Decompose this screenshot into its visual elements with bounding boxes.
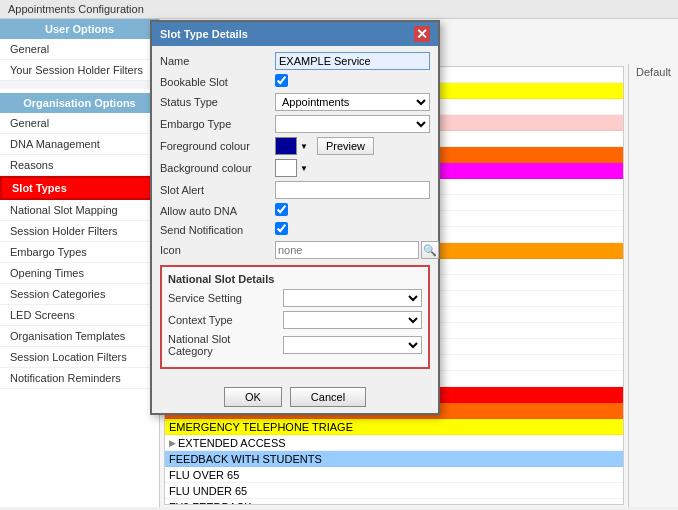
name-row: Name	[160, 52, 430, 70]
item-label: FLU UNDER 65	[169, 485, 247, 497]
sidebar: User Options General Your Session Holder…	[0, 19, 160, 507]
national-slot-category-row: National SlotCategory	[168, 333, 422, 357]
national-slot-section: National Slot Details Service Setting Co…	[160, 265, 430, 369]
national-slot-category-select[interactable]	[283, 336, 422, 354]
send-notification-row: Send Notification	[160, 222, 430, 237]
slot-type-details-modal: Slot Type Details ✕ Name Bookable Slot S…	[150, 20, 440, 415]
status-type-row: Status Type Appointments Unavailable Blo…	[160, 93, 430, 111]
background-colour-label: Background colour	[160, 162, 275, 174]
sidebar-item-general-user[interactable]: General	[0, 39, 159, 60]
sidebar-item-reasons[interactable]: Reasons	[0, 155, 159, 176]
context-type-row: Context Type	[168, 311, 422, 329]
national-slot-title: National Slot Details	[168, 273, 422, 285]
list-item[interactable]: FEEDBACK WITH STUDENTS	[165, 451, 623, 467]
list-item[interactable]: FY2 FEEDBACK	[165, 499, 623, 505]
dropdown-icon: ▼	[300, 142, 308, 151]
service-setting-select[interactable]	[283, 289, 422, 307]
bookable-slot-checkbox[interactable]	[275, 74, 288, 87]
sidebar-item-session-location-filters[interactable]: Session Location Filters	[0, 347, 159, 368]
status-type-label: Status Type	[160, 96, 275, 108]
list-item[interactable]: ▶ EXTENDED ACCESS	[165, 435, 623, 451]
sidebar-item-general-org[interactable]: General	[0, 113, 159, 134]
modal-close-button[interactable]: ✕	[414, 26, 430, 42]
status-type-control: Appointments Unavailable Blocked	[275, 93, 430, 111]
bookable-slot-row: Bookable Slot	[160, 74, 430, 89]
embargo-type-select[interactable]	[275, 115, 430, 133]
icon-control: 🔍	[275, 241, 439, 259]
modal-footer: OK Cancel	[152, 381, 438, 413]
background-colour-button[interactable]	[275, 159, 297, 177]
slot-alert-control	[275, 181, 430, 199]
preview-button[interactable]: Preview	[317, 137, 374, 155]
send-notification-checkbox[interactable]	[275, 222, 288, 235]
send-notification-control	[275, 222, 430, 237]
sidebar-item-opening-times[interactable]: Opening Times	[0, 263, 159, 284]
sidebar-item-embargo-types[interactable]: Embargo Types	[0, 242, 159, 263]
sidebar-item-session-holder-filters-org[interactable]: Session Holder Filters	[0, 221, 159, 242]
app-bar: Appointments Configuration	[0, 0, 678, 19]
app-title: Appointments Configuration	[8, 3, 144, 15]
sidebar-item-session-categories[interactable]: Session Categories	[0, 284, 159, 305]
magnifier-icon: 🔍	[423, 244, 437, 257]
modal-body: Name Bookable Slot Status Type Appointme…	[152, 46, 438, 381]
default-col-header: Default	[636, 66, 671, 78]
name-label: Name	[160, 55, 275, 67]
status-type-select[interactable]: Appointments Unavailable Blocked	[275, 93, 430, 111]
foreground-colour-button[interactable]	[275, 137, 297, 155]
context-type-control	[283, 311, 422, 329]
list-item[interactable]: EMERGENCY TELEPHONE TRIAGE	[165, 419, 623, 435]
name-control	[275, 52, 430, 70]
service-setting-label: Service Setting	[168, 292, 283, 304]
sidebar-item-slot-types[interactable]: Slot Types	[0, 176, 159, 200]
context-type-select[interactable]	[283, 311, 422, 329]
sidebar-item-national-slot-mapping[interactable]: National Slot Mapping	[0, 200, 159, 221]
list-item[interactable]: FLU UNDER 65	[165, 483, 623, 499]
sidebar-gap	[0, 81, 159, 89]
icon-input[interactable]	[275, 241, 419, 259]
bookable-slot-label: Bookable Slot	[160, 76, 275, 88]
list-item[interactable]: FLU OVER 65	[165, 467, 623, 483]
national-slot-category-control	[283, 336, 422, 354]
item-label: EMERGENCY TELEPHONE TRIAGE	[169, 421, 353, 433]
slot-alert-input[interactable]	[275, 181, 430, 199]
foreground-colour-control: ▼ Preview	[275, 137, 430, 155]
item-label: FY2 FEEDBACK	[169, 501, 252, 506]
foreground-colour-row: Foreground colour ▼ Preview	[160, 137, 430, 155]
modal-title-bar: Slot Type Details ✕	[152, 22, 438, 46]
embargo-type-label: Embargo Type	[160, 118, 275, 130]
bookable-slot-control	[275, 74, 430, 89]
slot-alert-row: Slot Alert	[160, 181, 430, 199]
embargo-type-row: Embargo Type	[160, 115, 430, 133]
slot-alert-label: Slot Alert	[160, 184, 275, 196]
service-setting-control	[283, 289, 422, 307]
sidebar-item-notification-reminders[interactable]: Notification Reminders	[0, 368, 159, 389]
icon-label: Icon	[160, 244, 275, 256]
sidebar-item-led-screens[interactable]: LED Screens	[0, 305, 159, 326]
allow-auto-dna-control	[275, 203, 430, 218]
background-colour-row: Background colour ▼	[160, 159, 430, 177]
ok-button[interactable]: OK	[224, 387, 282, 407]
context-type-label: Context Type	[168, 314, 283, 326]
allow-auto-dna-row: Allow auto DNA	[160, 203, 430, 218]
item-label: EXTENDED ACCESS	[178, 437, 286, 449]
item-label: FLU OVER 65	[169, 469, 239, 481]
modal-title: Slot Type Details	[160, 28, 248, 40]
dropdown-icon2: ▼	[300, 164, 308, 173]
name-input[interactable]	[275, 52, 430, 70]
service-setting-row: Service Setting	[168, 289, 422, 307]
allow-auto-dna-checkbox[interactable]	[275, 203, 288, 216]
user-options-header: User Options	[0, 19, 159, 39]
sidebar-item-organisation-templates[interactable]: Organisation Templates	[0, 326, 159, 347]
arrow-icon: ▶	[169, 438, 176, 448]
national-slot-category-label: National SlotCategory	[168, 333, 283, 357]
allow-auto-dna-label: Allow auto DNA	[160, 205, 275, 217]
cancel-button[interactable]: Cancel	[290, 387, 366, 407]
icon-row: Icon 🔍	[160, 241, 430, 259]
org-options-header: Organisation Options	[0, 93, 159, 113]
icon-search-button[interactable]: 🔍	[421, 241, 439, 259]
sidebar-item-session-holder-filters[interactable]: Your Session Holder Filters	[0, 60, 159, 81]
foreground-colour-label: Foreground colour	[160, 140, 275, 152]
background-colour-control: ▼	[275, 159, 430, 177]
sidebar-item-dna-management[interactable]: DNA Management	[0, 134, 159, 155]
embargo-type-control	[275, 115, 430, 133]
